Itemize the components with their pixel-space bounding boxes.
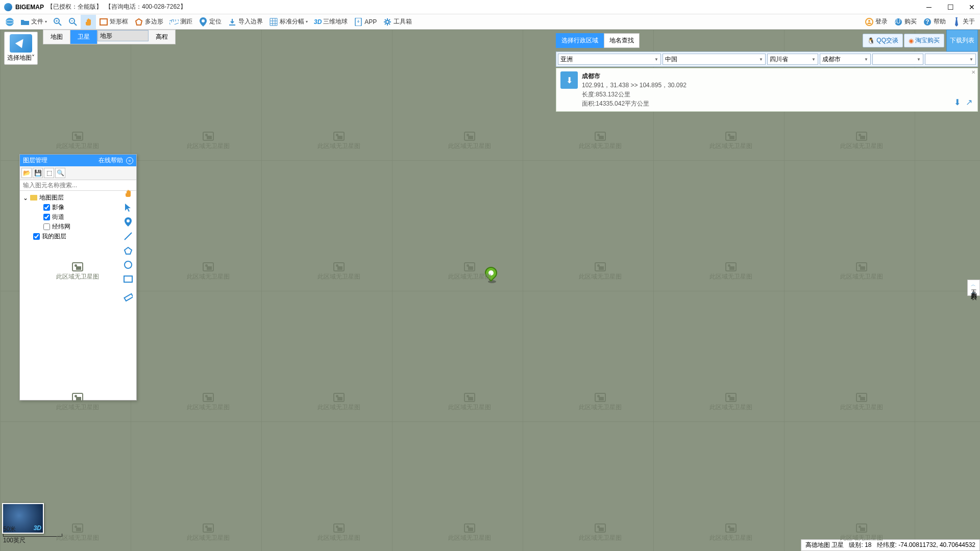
layer-collapse-button[interactable]: « <box>126 157 133 164</box>
chevron-down-icon: ▼ <box>812 57 816 62</box>
result-download-button[interactable]: ⬇ <box>954 97 961 107</box>
close-button[interactable]: ✕ <box>968 3 976 11</box>
layer-image-label[interactable]: 影像 <box>52 203 64 212</box>
chevron-down-icon: ▼ <box>969 57 973 62</box>
select-icon: ⬚ <box>46 169 52 177</box>
pan-button[interactable] <box>81 15 96 29</box>
layer-help-link[interactable]: 在线帮助 <box>99 156 123 165</box>
download-list-button[interactable]: 下载列表 <box>946 30 978 52</box>
toolbox-button[interactable]: 工具箱 <box>380 15 415 29</box>
grid-button[interactable]: 标准分幅▾ <box>266 15 311 29</box>
tab-satellite[interactable]: 卫星 <box>70 30 97 44</box>
select-country[interactable]: 中国▼ <box>663 54 766 65</box>
status-provider: 高德地图 卫星 <box>805 541 844 549</box>
app-icon <box>354 17 363 27</box>
toolbox-label: 工具箱 <box>394 17 412 26</box>
select-province[interactable]: 四川省▼ <box>767 54 818 65</box>
layer-street-label[interactable]: 街道 <box>52 213 64 221</box>
map-canvas[interactable]: // placeholder so structure stays; actua… <box>0 30 980 551</box>
layer-my-checkbox[interactable] <box>33 233 40 240</box>
import-label: 导入边界 <box>238 17 263 26</box>
svg-text:BUY: BUY <box>894 18 902 25</box>
polygon-button[interactable]: 多边形 <box>131 15 166 29</box>
svg-rect-26 <box>124 276 132 282</box>
locate-button[interactable]: 定位 <box>195 15 225 29</box>
tab-admin-area[interactable]: 选择行政区域 <box>556 33 604 48</box>
select-continent[interactable]: 亚洲▼ <box>558 54 661 65</box>
scale-bar: 50米 100英尺 <box>3 525 62 545</box>
draw-rect-button[interactable] <box>122 273 134 285</box>
select-district[interactable]: ▼ <box>872 54 923 65</box>
taobao-buy-button[interactable]: ◉淘宝购买 <box>904 34 944 47</box>
status-level: 18 <box>865 541 871 548</box>
tab-map[interactable]: 地图 <box>43 30 70 44</box>
draw-pan-button[interactable] <box>122 188 134 199</box>
zoom-out-button[interactable] <box>65 15 81 29</box>
3d-label: 三维地球 <box>323 17 348 26</box>
result-close-button[interactable]: ✕ <box>971 69 975 75</box>
layer-search-button[interactable]: 🔍 <box>55 168 65 178</box>
svg-point-25 <box>125 261 132 268</box>
file-button[interactable]: 文件▾ <box>17 15 50 29</box>
layer-grid-label[interactable]: 经纬网 <box>52 222 70 231</box>
help-button[interactable]: ?帮助 <box>920 15 949 29</box>
draw-marker-button[interactable] <box>122 216 134 228</box>
3d-icon: 3D <box>314 18 322 26</box>
status-coord: -74.00811732, 40.70644532 <box>898 541 975 548</box>
svg-line-24 <box>125 233 132 240</box>
layer-image-checkbox[interactable] <box>43 204 50 211</box>
grid-label: 标准分幅 <box>280 17 304 26</box>
hand-icon <box>84 17 93 27</box>
polygon-label: 多边形 <box>145 17 163 26</box>
grid-icon <box>269 17 278 27</box>
layer-my-label[interactable]: 我的图层 <box>42 232 66 241</box>
zoom-in-button[interactable] <box>50 15 65 29</box>
app-button[interactable]: APP <box>351 15 380 29</box>
app-title: BIGEMAP <box>15 4 44 11</box>
login-button[interactable]: 登录 <box>862 15 891 29</box>
layer-save-button[interactable]: 💾 <box>33 168 43 178</box>
select-map-button[interactable]: 选择地图˅ <box>4 32 38 65</box>
zoom-in-icon <box>53 17 62 27</box>
tree-root-label[interactable]: 地图图层 <box>39 193 64 202</box>
svg-point-23 <box>127 219 130 222</box>
maximize-button[interactable]: ☐ <box>946 3 954 11</box>
layer-grid-checkbox[interactable] <box>43 223 50 230</box>
measure-button[interactable]: 测距 <box>166 15 195 29</box>
chevron-down-icon: ▼ <box>654 57 658 62</box>
layer-select-button[interactable]: ⬚ <box>44 168 54 178</box>
draw-line-button[interactable] <box>122 231 134 242</box>
globe-icon-button[interactable] <box>2 15 17 29</box>
minimize-button[interactable]: ─ <box>925 3 933 11</box>
file-label: 文件 <box>31 17 43 26</box>
tree-toggle[interactable]: ⌄ <box>23 194 28 202</box>
status-coord-label: 经纬度: <box>877 541 897 548</box>
svg-rect-10 <box>169 19 179 24</box>
layer-search-input[interactable] <box>20 180 136 191</box>
draw-select-button[interactable] <box>122 202 134 213</box>
save-icon: 💾 <box>34 169 42 177</box>
ruler-icon <box>169 17 179 27</box>
tab-terrain[interactable]: 地形 <box>97 30 149 41</box>
taobao-icon: ◉ <box>909 37 914 44</box>
draw-polygon-button[interactable] <box>122 245 134 256</box>
layer-open-button[interactable]: 📂 <box>21 168 32 178</box>
side-tool-list-toggle[interactable]: 〈 工具列表 〈 <box>967 280 980 296</box>
result-share-button[interactable]: ↗ <box>966 97 972 107</box>
select-city[interactable]: 成都市▼ <box>820 54 871 65</box>
svg-rect-9 <box>100 19 107 25</box>
3d-globe-button[interactable]: 3D三维地球 <box>311 15 351 29</box>
import-button[interactable]: 导入边界 <box>225 15 266 29</box>
qq-chat-button[interactable]: 🐧QQ交谈 <box>863 34 903 47</box>
tab-place-search[interactable]: 地名查找 <box>604 33 640 48</box>
select-street[interactable]: ▼ <box>925 54 976 65</box>
zoom-out-icon <box>68 17 78 27</box>
map-marker[interactable] <box>485 267 499 287</box>
rect-button[interactable]: 矩形框 <box>96 15 131 29</box>
about-button[interactable]: 关于 <box>949 15 978 29</box>
layer-street-checkbox[interactable] <box>43 214 50 220</box>
draw-circle-button[interactable] <box>122 259 134 270</box>
tab-elevation[interactable]: 高程 <box>149 30 175 44</box>
draw-ruler-button[interactable] <box>122 292 134 303</box>
buy-button[interactable]: BUY购买 <box>891 15 920 29</box>
